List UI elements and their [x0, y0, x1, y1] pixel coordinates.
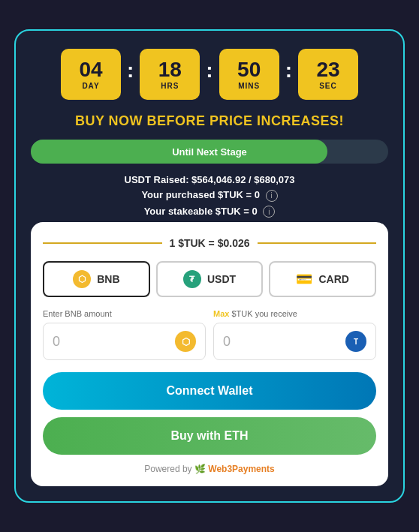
- tab-usdt[interactable]: ₮ USDT: [156, 261, 264, 297]
- bnb-token-icon: ⬡: [175, 331, 196, 352]
- brand-name: Web3Payments: [208, 464, 274, 474]
- tab-bnb[interactable]: ⬡ BNB: [43, 261, 150, 297]
- countdown-number: 23: [316, 59, 339, 82]
- countdown-label: DAY: [82, 82, 99, 90]
- progress-label: Until Next Stage: [172, 146, 247, 157]
- purchased-stat: Your purchased $TUK = 0 i: [31, 189, 388, 202]
- left-input-group: Enter BNB amount 0 ⬡: [43, 309, 206, 360]
- left-input-field[interactable]: 0 ⬡: [43, 323, 206, 360]
- main-card: 04 DAY : 18 HRS : 50 MINS : 23 SEC BUY N…: [14, 29, 405, 503]
- countdown-unit-mins: 50 MINS: [219, 49, 279, 100]
- rate-line-right: [258, 242, 377, 244]
- progress-bar-container: Until Next Stage: [31, 140, 388, 164]
- countdown-label: SEC: [319, 82, 337, 90]
- countdown-label: HRS: [161, 82, 179, 90]
- tab-bnb-label: BNB: [97, 273, 119, 285]
- tuk-token-icon: T: [345, 331, 366, 352]
- right-input-label: Max $TUK you receive: [213, 309, 376, 318]
- countdown-unit-hrs: 18 HRS: [140, 49, 200, 100]
- exchange-rate-row: 1 $TUK = $0.026: [43, 237, 376, 249]
- stakeable-info-icon[interactable]: i: [263, 206, 275, 218]
- card-icon: 💳: [296, 271, 312, 287]
- raised-stat: USDT Raised: $564,046.92 / $680,073: [31, 174, 388, 185]
- connect-wallet-button[interactable]: Connect Wallet: [43, 372, 376, 410]
- stats-section: USDT Raised: $564,046.92 / $680,073 Your…: [31, 174, 388, 218]
- purchase-panel: 1 $TUK = $0.026 ⬡ BNB ₮ USDT 💳 CARD Ente…: [31, 222, 388, 486]
- powered-by: Powered by 🌿 Web3Payments: [43, 464, 376, 474]
- rate-line-left: [43, 242, 162, 244]
- countdown-number: 04: [79, 59, 102, 82]
- countdown-separator: :: [285, 59, 292, 83]
- countdown-number: 50: [237, 59, 261, 82]
- countdown-separator: :: [127, 59, 134, 83]
- tab-card-label: CARD: [318, 273, 348, 285]
- tab-card[interactable]: 💳 CARD: [269, 261, 376, 297]
- countdown-number: 18: [158, 59, 182, 82]
- bnb-icon: ⬡: [73, 270, 91, 288]
- countdown-unit-sec: 23 SEC: [298, 49, 358, 100]
- left-input-label: Enter BNB amount: [43, 309, 206, 318]
- right-input-value: 0: [223, 334, 231, 350]
- purchased-info-icon[interactable]: i: [266, 190, 278, 202]
- buy-now-text: BUY NOW BEFORE PRICE INCREASES!: [31, 113, 388, 129]
- stakeable-stat: Your stakeable $TUK = 0 i: [31, 206, 388, 218]
- countdown-label: MINS: [238, 82, 260, 90]
- tab-usdt-label: USDT: [207, 273, 236, 285]
- input-row: Enter BNB amount 0 ⬡ Max $TUK you receiv…: [43, 309, 376, 360]
- left-input-value: 0: [53, 334, 60, 350]
- countdown-section: 04 DAY : 18 HRS : 50 MINS : 23 SEC: [31, 49, 388, 100]
- right-input-group: Max $TUK you receive 0 T: [213, 309, 376, 360]
- countdown-unit-day: 04 DAY: [61, 49, 121, 100]
- usdt-icon: ₮: [183, 270, 201, 288]
- leaf-icon: 🌿: [194, 464, 206, 474]
- exchange-rate-text: 1 $TUK = $0.026: [170, 237, 250, 249]
- countdown-separator: :: [206, 59, 213, 83]
- buy-with-eth-button[interactable]: Buy with ETH: [43, 417, 376, 455]
- right-input-field[interactable]: 0 T: [213, 323, 376, 360]
- payment-tabs: ⬡ BNB ₮ USDT 💳 CARD: [43, 261, 376, 297]
